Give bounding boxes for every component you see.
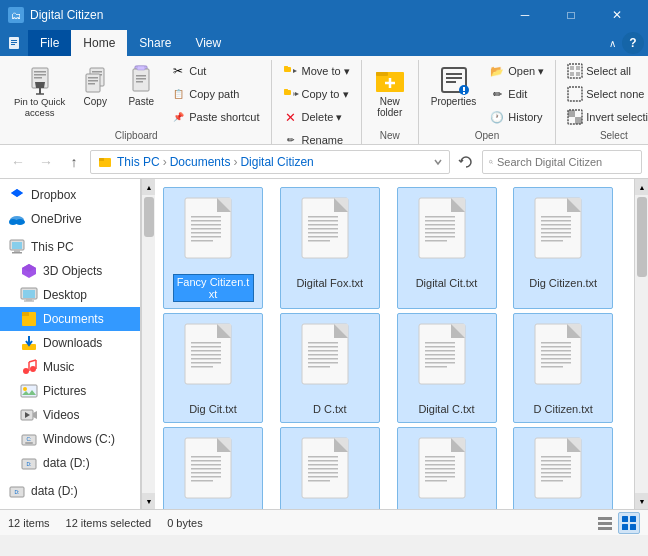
file-icon-10 [294,434,366,509]
copy-to-icon [283,86,299,102]
breadcrumb-digital-citizen[interactable]: Digital Citizen [240,155,313,169]
sidebar-item-3d-objects[interactable]: 3D Objects [0,259,140,283]
svg-rect-150 [308,354,338,356]
file-item-d-c[interactable]: D C.txt [280,313,380,423]
file-item-fancy-citizen[interactable]: Fancy Citizen.txt [163,187,263,309]
sidebar-item-videos[interactable]: Videos [0,403,140,427]
tab-view[interactable]: View [183,30,233,56]
back-button[interactable]: ← [6,150,30,174]
svg-rect-18 [133,69,149,91]
paste-button[interactable]: Paste [119,60,163,111]
sidebar-item-documents[interactable]: Documents [0,307,140,331]
paste-shortcut-button[interactable]: 📌 Paste shortcut [165,106,264,128]
sidebar-item-onedrive[interactable]: OneDrive [0,207,140,231]
qat-properties-button[interactable] [4,33,24,53]
breadcrumb-this-pc[interactable]: This PC [117,155,160,169]
refresh-button[interactable] [454,150,478,174]
file-item-digital-citizen[interactable]: Digital Citizen.txt [513,427,613,509]
forward-button[interactable]: → [34,150,58,174]
select-none-button[interactable]: Select none [562,83,648,105]
sidebar-item-downloads[interactable]: Downloads [0,331,140,355]
sidebar-scroll-down[interactable]: ▼ [142,493,156,509]
copy-icon [79,64,111,96]
ribbon-collapse-button[interactable]: ∧ [602,33,622,53]
tab-home[interactable]: Home [71,30,127,56]
sidebar-item-dropbox[interactable]: Dropbox [0,183,140,207]
file-item-dig-citizen[interactable]: Dig Citizen.txt [513,187,613,309]
svg-rect-192 [308,476,338,478]
file-scroll-up[interactable]: ▲ [635,179,648,195]
select-all-button[interactable]: Select all [562,60,648,82]
sidebar-item-pictures[interactable]: Pictures [0,379,140,403]
sidebar-item-data-d[interactable]: D: data (D:) [0,451,140,475]
history-button[interactable]: 🕐 History [484,106,549,128]
properties-icon [438,64,470,96]
new-folder-button[interactable]: Newfolder [368,60,412,122]
svg-rect-211 [541,472,571,474]
close-button[interactable]: ✕ [594,0,640,30]
breadcrumb-documents[interactable]: Documents [170,155,231,169]
svg-rect-143 [191,366,213,368]
search-input[interactable] [497,156,635,168]
sidebar-item-network[interactable]: Network [0,507,140,509]
tab-share[interactable]: Share [127,30,183,56]
maximize-button[interactable]: □ [548,0,594,30]
open-button[interactable]: 📂 Open ▾ [484,60,549,82]
file-item-d-citizen[interactable]: D Citizen.txt [513,313,613,423]
properties-button[interactable]: Properties [425,60,483,111]
file-icon-9 [177,434,249,509]
view-large-icons-button[interactable] [618,512,640,534]
copy-path-button[interactable]: 📋 Copy path [165,83,264,105]
copy-button[interactable]: Copy [73,60,117,111]
history-icon: 🕐 [489,109,505,125]
svg-rect-40 [576,66,580,70]
up-button[interactable]: ↑ [62,150,86,174]
svg-rect-7 [34,77,42,79]
sidebar-item-music[interactable]: Music [0,355,140,379]
copy-to-button[interactable]: Copy to ▾ [278,83,355,105]
sidebar-item-data-d-standalone[interactable]: D: data (D:) [0,479,140,503]
breadcrumb[interactable]: This PC › Documents › Digital Citizen [90,150,450,174]
file-label-3: Digital Cit.txt [414,276,480,290]
sidebar-scroll-up[interactable]: ▲ [142,179,156,195]
file-label-renaming-1[interactable]: Fancy Citizen.txt [173,274,254,302]
search-box[interactable] [482,150,642,174]
svg-marker-52 [11,189,23,197]
file-item-digital-c[interactable]: Digital C.txt [397,313,497,423]
svg-rect-108 [308,220,338,222]
move-to-button[interactable]: Move to ▾ [278,60,355,82]
file-area-scrollbar: ▲ ▼ [634,179,648,509]
delete-button[interactable]: ✕ Delete ▾ [278,106,355,128]
select-all-label: Select all [586,65,631,77]
svg-rect-121 [425,232,455,234]
sidebar-item-desktop[interactable]: Desktop [0,283,140,307]
sidebar-item-this-pc[interactable]: This PC [0,235,140,259]
view-details-button[interactable] [594,512,616,534]
file-item-dgtl-ctzn[interactable]: Dgtl Ctzn.txt [163,427,263,509]
sidebar-item-windows-c[interactable]: C: Windows (C:) [0,427,140,451]
selected-count: 12 items selected [66,517,152,529]
file-scroll-down[interactable]: ▼ [635,493,648,509]
svg-rect-137 [191,342,221,344]
pin-to-quick-access-button[interactable]: Pin to Quickaccess [8,60,71,123]
file-scroll-thumb[interactable] [637,197,647,277]
rename-button[interactable]: ✏ Rename [278,129,355,151]
file-item-digital-cit[interactable]: Digital Cit.txt [397,187,497,309]
file-item-digital-ctzn[interactable]: Digital Ctzn.txt [397,427,497,509]
file-icon-8 [527,320,599,400]
file-item-digital-fox[interactable]: Digital Fox.txt [280,187,380,309]
invert-selection-button[interactable]: Invert selection [562,106,648,128]
file-item-dgtl-citizen[interactable]: Dgtl Citizen.txt [280,427,380,509]
cut-button[interactable]: ✂ Cut [165,60,264,82]
sidebar-scroll-thumb[interactable] [144,197,154,237]
file-icon-6 [294,320,366,400]
invert-selection-icon [567,109,583,125]
tab-file[interactable]: File [28,30,71,56]
file-area: Fancy Citizen.txt Digital Fox.txt Digita… [155,179,634,509]
help-button[interactable]: ? [622,32,644,54]
edit-button[interactable]: ✏ Edit [484,83,549,105]
svg-rect-141 [191,358,221,360]
minimize-button[interactable]: ─ [502,0,548,30]
file-item-dig-cit[interactable]: Dig Cit.txt [163,313,263,423]
documents-label: Documents [43,312,104,326]
